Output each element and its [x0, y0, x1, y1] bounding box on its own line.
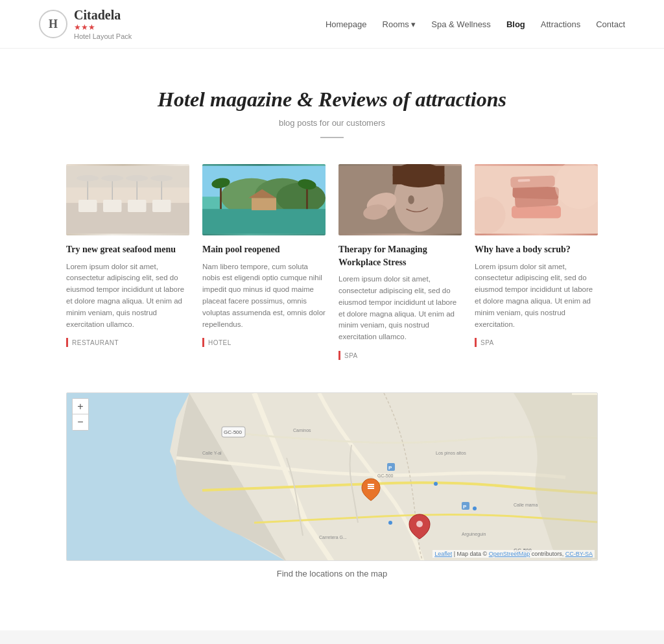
blog-card-4: Why have a body scrub? Lorem ipsum dolor… — [475, 164, 598, 360]
map-section: Calle Y-al Caminos Los pinos altos GC-50… — [66, 392, 598, 578]
svg-rect-35 — [512, 206, 561, 219]
nav-attractions[interactable]: Attractions — [541, 19, 580, 29]
blog-subtitle: blog posts for our customers — [66, 118, 598, 128]
map-zoom-controls: + − — [72, 398, 89, 431]
card-2-tag[interactable]: HOTEL — [202, 338, 326, 347]
map-attribution: Leaflet | Map data © OpenStreetMap contr… — [433, 550, 595, 558]
svg-rect-2 — [78, 200, 97, 212]
nav-homepage[interactable]: Homepage — [326, 19, 367, 29]
logo-area: H Citadela ★★★ Hotel Layout Pack — [39, 8, 132, 40]
cc-link[interactable]: CC-BY-SA — [565, 551, 593, 557]
card-4-tag[interactable]: SPA — [475, 338, 598, 347]
card-4-title[interactable]: Why have a body scrub? — [475, 243, 598, 256]
svg-text:P: P — [463, 504, 467, 510]
card-1-body: Lorem ipsum dolor sit amet, consectetur … — [66, 261, 189, 331]
logo-stars: ★★★ — [74, 23, 132, 32]
svg-rect-59 — [368, 486, 374, 487]
blog-header: Hotel magazine & Reviews of attractions … — [66, 88, 598, 138]
svg-point-62 — [388, 521, 392, 525]
svg-rect-58 — [368, 484, 374, 485]
main-nav: Homepage Rooms ▾ Spa & Wellness Blog Att… — [326, 19, 625, 29]
main-content: Hotel magazine & Reviews of attractions … — [53, 49, 611, 630]
card-1-title[interactable]: Try new great seafood menu — [66, 243, 189, 256]
map-container[interactable]: Calle Y-al Caminos Los pinos altos GC-50… — [66, 392, 598, 561]
map-zoom-in[interactable]: + — [73, 399, 88, 414]
svg-rect-25 — [252, 198, 276, 210]
site-header: H Citadela ★★★ Hotel Layout Pack Homepag… — [0, 0, 664, 49]
svg-text:Caminos: Caminos — [293, 428, 311, 433]
card-2-body: Nam libero tempore, cum soluta nobis est… — [202, 261, 326, 331]
nav-blog[interactable]: Blog — [506, 19, 525, 29]
site-title: Citadela — [74, 8, 132, 23]
card-2-image — [202, 164, 326, 235]
svg-rect-60 — [368, 488, 374, 489]
logo-icon: H — [39, 10, 67, 38]
card-2-title[interactable]: Main pool reopened — [202, 243, 326, 256]
blog-grid: Try new great seafood menu Lorem ipsum d… — [66, 164, 598, 360]
blog-card-1: Try new great seafood menu Lorem ipsum d… — [66, 164, 189, 360]
svg-text:Carretera G...: Carretera G... — [319, 535, 347, 540]
divider — [320, 137, 344, 138]
svg-rect-39 — [518, 179, 530, 182]
leaflet-link[interactable]: Leaflet — [434, 551, 452, 557]
site-footer: Homepage Rooms Spa & Wellness Blog Attra… — [0, 630, 664, 644]
svg-point-63 — [434, 482, 438, 486]
rooms-dropdown-icon: ▾ — [411, 19, 416, 29]
blog-card-3: Therapy for Managing Workplace Stress Lo… — [338, 164, 462, 360]
svg-text:GC-500: GC-500 — [377, 473, 394, 478]
map-caption: Find the locations on the map — [66, 569, 598, 578]
svg-rect-20 — [202, 209, 326, 233]
svg-point-64 — [473, 507, 477, 510]
svg-text:P: P — [388, 465, 392, 471]
blog-title: Hotel magazine & Reviews of attractions — [66, 88, 598, 112]
svg-text:GC-500: GC-500 — [224, 429, 243, 435]
logo-subtitle: Hotel Layout Pack — [74, 32, 132, 40]
nav-spa[interactable]: Spa & Wellness — [431, 19, 491, 29]
card-1-image — [66, 164, 189, 235]
osm-link[interactable]: OpenStreetMap — [489, 551, 530, 557]
card-3-tag[interactable]: SPA — [338, 351, 462, 360]
svg-text:Los pinos altos: Los pinos altos — [436, 451, 466, 456]
card-3-body: Lorem ipsum dolor sit amet, consectetur … — [338, 274, 462, 343]
svg-text:Calle mama: Calle mama — [514, 503, 538, 507]
svg-rect-30 — [393, 166, 445, 185]
svg-rect-5 — [152, 200, 171, 212]
svg-text:Arguineguin: Arguineguin — [462, 532, 486, 537]
map-zoom-out[interactable]: − — [73, 414, 88, 430]
card-4-body: Lorem ipsum dolor sit amet, consectetur … — [475, 261, 598, 331]
nav-rooms[interactable]: Rooms ▾ — [383, 19, 416, 29]
svg-rect-14 — [66, 166, 189, 187]
logo-text: Citadela ★★★ Hotel Layout Pack — [74, 8, 132, 40]
svg-rect-38 — [510, 175, 555, 187]
svg-rect-3 — [103, 200, 122, 212]
svg-text:Calle Y-al: Calle Y-al — [202, 451, 222, 455]
card-3-image — [338, 164, 462, 235]
card-1-tag[interactable]: RESTAURANT — [66, 338, 189, 347]
card-4-image — [475, 164, 598, 235]
card-3-title[interactable]: Therapy for Managing Workplace Stress — [338, 243, 462, 268]
svg-rect-4 — [128, 200, 147, 212]
svg-point-33 — [408, 195, 414, 204]
svg-point-61 — [416, 521, 423, 527]
nav-contact[interactable]: Contact — [596, 19, 625, 29]
blog-card-2: Main pool reopened Nam libero tempore, c… — [202, 164, 326, 360]
